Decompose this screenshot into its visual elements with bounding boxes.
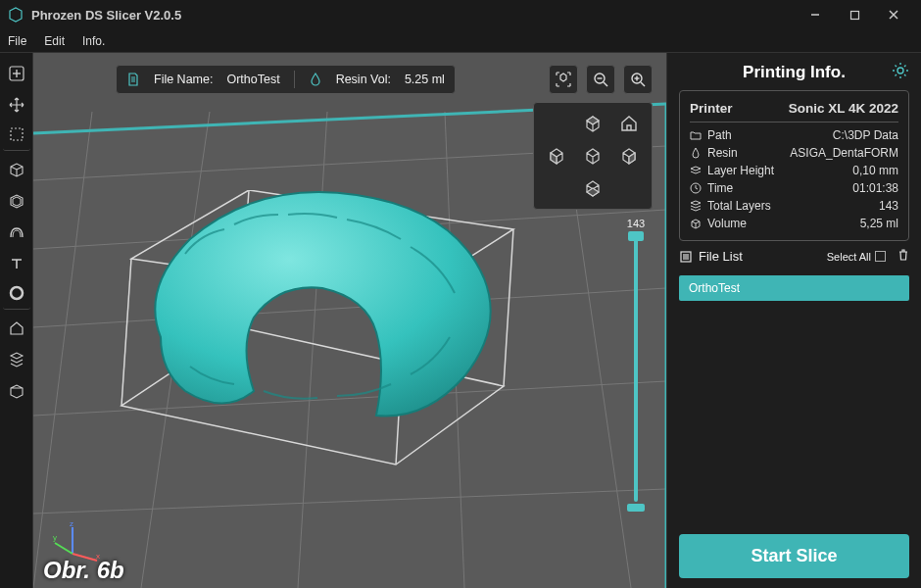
window-title: Phrozen DS Slicer V2.0.5 [31, 8, 181, 23]
zoom-out-button[interactable] [586, 65, 615, 94]
volume-value: 5,25 ml [860, 217, 898, 230]
resinvol-label: Resin Vol: [336, 73, 391, 86]
svg-text:z: z [70, 519, 73, 528]
svg-line-39 [55, 543, 73, 554]
viewport-3d[interactable]: File Name: OrthoTest Resin Vol: 5.25 ml [33, 53, 666, 588]
clock-icon [690, 182, 702, 194]
filename-label: File Name: [154, 73, 213, 86]
viewcube-panel [533, 102, 653, 210]
path-label: Path [707, 128, 732, 142]
menu-file[interactable]: File [8, 34, 26, 48]
maximize-button[interactable] [835, 0, 874, 29]
hollow-tool[interactable] [3, 155, 30, 184]
view-buttons [549, 65, 653, 94]
move-tool[interactable] [3, 90, 30, 120]
filename-value: OrthoTest [226, 73, 279, 86]
view-front[interactable] [576, 141, 608, 170]
folder-icon [690, 129, 702, 141]
layerh-value: 0,10 mm [852, 164, 898, 177]
delete-icon[interactable] [897, 249, 909, 264]
svg-line-24 [121, 259, 131, 406]
time-label: Time [707, 181, 733, 195]
menu-info[interactable]: Info. [82, 34, 105, 48]
layer-slider-max: 143 [627, 218, 645, 229]
stack-icon [690, 200, 702, 212]
svg-rect-7 [11, 128, 23, 140]
fit-view-button[interactable] [549, 65, 578, 94]
shell-tool[interactable] [3, 186, 30, 216]
svg-point-8 [11, 287, 23, 299]
select-all[interactable]: Select All [827, 251, 886, 263]
filelist-label: File List [699, 249, 743, 264]
close-button[interactable] [874, 0, 913, 29]
layer-slider[interactable]: 143 [627, 218, 645, 512]
scale-tool[interactable] [3, 122, 30, 151]
stack-tool[interactable] [3, 345, 30, 374]
dental-model[interactable] [131, 171, 504, 465]
layer-slider-track[interactable] [634, 233, 638, 502]
file-item[interactable]: OrthoTest [679, 275, 909, 301]
path-value: C:\3DP Data [833, 128, 898, 142]
layers-label: Total Layers [707, 199, 771, 213]
view-top[interactable] [576, 109, 608, 137]
app-logo-icon [8, 7, 24, 23]
settings-gear-icon[interactable] [892, 62, 909, 84]
view-right[interactable] [613, 141, 646, 170]
figure-caption: Obr. 6b [43, 557, 124, 584]
select-all-checkbox[interactable] [875, 251, 886, 262]
printer-label: Printer [690, 101, 733, 116]
layer-slider-handle[interactable] [628, 231, 644, 241]
svg-text:y: y [53, 533, 57, 542]
view-left[interactable] [540, 141, 572, 170]
filelist-header: File List Select All [679, 249, 909, 264]
printer-value: Sonic XL 4K 2022 [789, 101, 898, 116]
drop-icon [309, 73, 322, 86]
start-slice-button[interactable]: Start Slice [679, 534, 909, 578]
right-panel: Printing Info. Printer Sonic XL 4K 2022 … [666, 53, 921, 588]
printing-info-box: Printer Sonic XL 4K 2022 Path C:\3DP Dat… [679, 90, 909, 241]
resinvol-value: 5.25 ml [405, 73, 445, 86]
svg-point-41 [897, 68, 903, 74]
minimize-button[interactable] [796, 0, 835, 29]
ring-tool[interactable] [3, 280, 30, 310]
view-bottom[interactable] [576, 174, 608, 203]
add-button[interactable] [3, 59, 30, 88]
resin-label: Resin [707, 146, 738, 160]
arch-tool[interactable] [3, 218, 30, 247]
zoom-in-button[interactable] [623, 65, 653, 94]
list-icon [679, 250, 693, 264]
svg-rect-1 [850, 11, 858, 19]
home-tool[interactable] [3, 314, 30, 343]
view-home[interactable] [613, 109, 646, 137]
volume-label: Volume [707, 217, 747, 230]
svg-line-29 [604, 82, 607, 86]
model-info-bar: File Name: OrthoTest Resin Vol: 5.25 ml [116, 65, 456, 94]
package-tool[interactable] [3, 376, 30, 406]
drop-icon [690, 147, 702, 159]
layers-icon [690, 165, 702, 176]
titlebar: Phrozen DS Slicer V2.0.5 [0, 0, 921, 29]
right-panel-title: Printing Info. [679, 63, 909, 82]
file-icon [126, 73, 140, 86]
svg-line-26 [504, 229, 513, 386]
layers-value: 143 [879, 199, 898, 213]
time-value: 01:01:38 [852, 181, 898, 195]
menu-edit[interactable]: Edit [44, 34, 65, 48]
layerh-label: Layer Height [707, 164, 774, 177]
menubar: File Edit Info. [0, 29, 921, 53]
svg-line-32 [641, 82, 645, 86]
resin-value: ASIGA_DentaFORM [790, 146, 898, 160]
cube-icon [690, 218, 702, 229]
left-toolbar [0, 53, 33, 588]
text-tool[interactable] [3, 249, 30, 278]
